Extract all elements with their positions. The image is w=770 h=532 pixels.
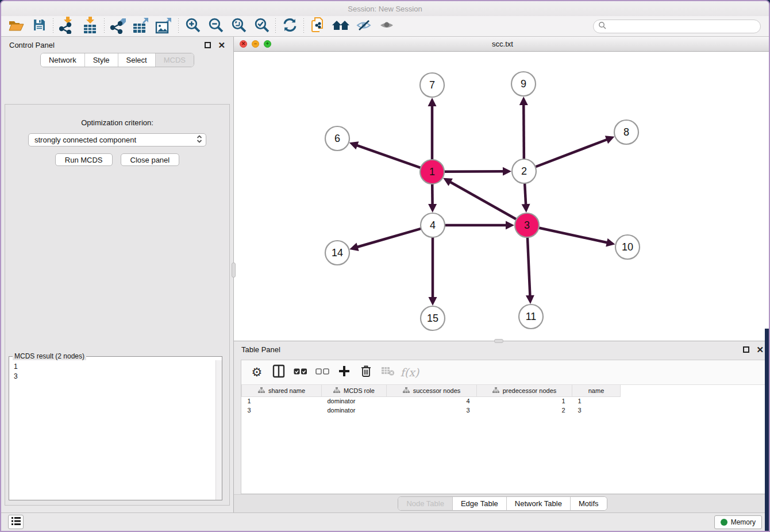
splitter-handle-vertical[interactable] bbox=[232, 263, 236, 277]
graph-edge-arrowhead bbox=[429, 297, 437, 306]
export-network-button[interactable] bbox=[107, 17, 130, 36]
table-cell[interactable]: 1 bbox=[242, 396, 322, 406]
tab-motifs[interactable]: Motifs bbox=[570, 497, 607, 510]
delete-column-button[interactable] bbox=[356, 363, 376, 382]
column-header-name[interactable]: name bbox=[572, 385, 621, 396]
table-cell[interactable]: 3 bbox=[572, 406, 621, 415]
splitter-handle-horizontal[interactable] bbox=[494, 339, 503, 343]
app-titlebar[interactable]: Session: New Session bbox=[1, 1, 769, 16]
optimization-label: Optimization criterion: bbox=[5, 118, 229, 127]
close-panel-icon[interactable]: ✕ bbox=[218, 41, 225, 49]
show-columns-button[interactable] bbox=[269, 363, 288, 382]
tab-network[interactable]: Network bbox=[41, 53, 84, 67]
mcds-result-list[interactable]: 13 bbox=[9, 360, 222, 500]
zoom-fit-button[interactable] bbox=[227, 17, 250, 36]
toolbar-separator bbox=[104, 18, 105, 34]
graph-node-label-11: 11 bbox=[526, 311, 537, 322]
graph-node-label-1: 1 bbox=[429, 166, 435, 178]
tab-network-table[interactable]: Network Table bbox=[506, 497, 570, 510]
graph-edge-3-11[interactable] bbox=[528, 237, 530, 296]
save-session-button[interactable] bbox=[28, 17, 51, 36]
column-label: shared name bbox=[268, 387, 305, 394]
column-header-MCDS-role[interactable]: MCDS role bbox=[322, 385, 387, 396]
hide-details-button[interactable] bbox=[352, 17, 375, 36]
zoom-out-button[interactable] bbox=[204, 17, 227, 36]
open-session-button[interactable] bbox=[5, 17, 28, 36]
graph-edge-4-14[interactable] bbox=[357, 229, 421, 247]
search-input[interactable] bbox=[609, 22, 756, 30]
tab-style[interactable]: Style bbox=[84, 53, 118, 67]
table-panel: Table Panel ✕ ⚙ bbox=[234, 341, 770, 515]
float-panel-icon[interactable] bbox=[205, 42, 211, 48]
tab-node-table[interactable]: Node Table bbox=[398, 497, 452, 510]
zoom-selected-icon bbox=[254, 17, 270, 35]
main-toolbar bbox=[1, 16, 769, 37]
network-canvas[interactable]: 7968124314101511 bbox=[234, 52, 770, 341]
table-cell[interactable]: 2 bbox=[477, 406, 572, 415]
table-cell[interactable]: dominator bbox=[322, 406, 387, 415]
table-row[interactable]: 1dominator411 bbox=[242, 396, 621, 406]
network-window-titlebar[interactable]: ✕ − + scc.txt bbox=[234, 37, 770, 52]
column-label: predecessor nodes bbox=[503, 387, 557, 394]
column-type-icon bbox=[492, 387, 499, 394]
close-panel-button[interactable]: Close panel bbox=[121, 153, 180, 166]
graph-edge-1-2[interactable] bbox=[444, 171, 504, 172]
table-row[interactable]: 3dominator323 bbox=[242, 406, 621, 415]
gear-icon: ⚙ bbox=[252, 365, 263, 379]
column-header-predecessor-nodes[interactable]: predecessor nodes bbox=[477, 385, 572, 396]
result-scrollbar[interactable] bbox=[215, 360, 222, 500]
close-table-panel-icon[interactable]: ✕ bbox=[756, 345, 764, 354]
graph-edge-arrowhead bbox=[428, 98, 437, 106]
column-header-successor-nodes[interactable]: successor nodes bbox=[387, 385, 477, 396]
list-icon bbox=[11, 517, 21, 527]
graph-edge-3-1[interactable] bbox=[449, 182, 516, 219]
graph-node-label-3: 3 bbox=[524, 219, 530, 231]
graph-edge-3-10[interactable] bbox=[539, 228, 608, 242]
maximize-window-icon[interactable]: + bbox=[264, 40, 271, 48]
float-table-panel-icon[interactable] bbox=[743, 346, 749, 353]
graph-edge-1-6[interactable] bbox=[356, 145, 421, 168]
function-builder-button[interactable]: f(x) bbox=[400, 363, 419, 382]
plus-icon bbox=[338, 365, 350, 379]
mcds-result-box: MCDS result (2 nodes) 13 bbox=[9, 352, 222, 500]
export-image-button[interactable] bbox=[153, 17, 176, 36]
table-cell[interactable]: 1 bbox=[572, 396, 621, 406]
column-header-shared-name[interactable]: shared name bbox=[242, 385, 322, 396]
show-details-button[interactable] bbox=[375, 17, 398, 36]
table-toolbar: ⚙ bbox=[241, 360, 765, 385]
table-mode-button[interactable]: ⚙ bbox=[247, 363, 267, 382]
memory-button[interactable]: Memory bbox=[714, 515, 762, 529]
table-cell[interactable]: dominator bbox=[322, 396, 387, 406]
select-all-button[interactable] bbox=[291, 363, 310, 382]
zoom-selected-button[interactable] bbox=[250, 17, 273, 36]
delete-table-button[interactable] bbox=[378, 363, 398, 382]
table-delete-icon bbox=[381, 366, 395, 379]
run-mcds-button[interactable]: Run MCDS bbox=[55, 153, 113, 166]
search-field[interactable] bbox=[593, 20, 761, 33]
export-table-button[interactable] bbox=[130, 17, 153, 36]
task-history-button[interactable] bbox=[8, 515, 24, 529]
tab-edge-table[interactable]: Edge Table bbox=[452, 497, 506, 510]
table-cell[interactable]: 4 bbox=[387, 396, 477, 406]
criterion-dropdown[interactable]: strongly connected component bbox=[28, 133, 206, 147]
minimize-window-icon[interactable]: − bbox=[252, 40, 259, 48]
graph-edge-2-3[interactable] bbox=[525, 183, 526, 205]
table-cell[interactable]: 3 bbox=[387, 406, 477, 415]
table-cell[interactable]: 3 bbox=[242, 406, 322, 415]
apply-layout-button[interactable] bbox=[278, 17, 301, 36]
column-type-icon bbox=[403, 387, 410, 394]
import-table-button[interactable] bbox=[79, 17, 102, 36]
first-neighbors-button[interactable] bbox=[329, 17, 352, 36]
deselect-all-button[interactable] bbox=[313, 363, 332, 382]
table-cell[interactable]: 1 bbox=[477, 396, 572, 406]
duplicate-network-button[interactable] bbox=[306, 17, 329, 36]
graph-edge-2-8[interactable] bbox=[536, 139, 608, 167]
tab-select[interactable]: Select bbox=[118, 53, 155, 67]
add-column-button[interactable] bbox=[334, 363, 354, 382]
import-network-button[interactable] bbox=[56, 17, 79, 36]
zoom-in-button[interactable] bbox=[181, 17, 204, 36]
graph-node-label-6: 6 bbox=[334, 133, 340, 144]
close-window-icon[interactable]: ✕ bbox=[240, 40, 247, 48]
tab-mcds[interactable]: MCDS bbox=[155, 53, 194, 67]
graph-edge-2-9[interactable] bbox=[523, 104, 524, 159]
